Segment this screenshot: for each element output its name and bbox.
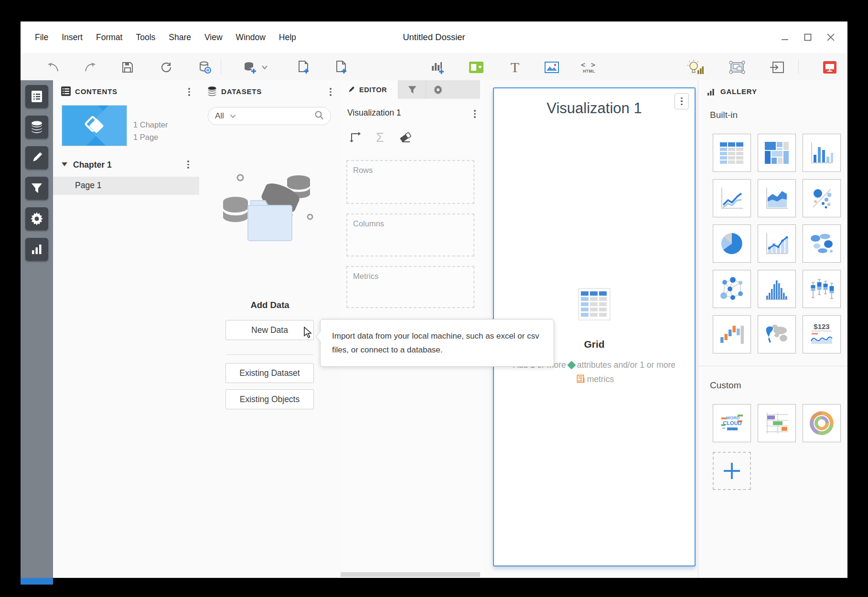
- menu-window[interactable]: Window: [229, 32, 272, 43]
- chapter-menu-icon[interactable]: [185, 160, 192, 169]
- kpi-sample-value: $123: [814, 322, 829, 330]
- visualization-title: Visualization 1: [494, 100, 695, 117]
- gallery-item-word-cloud-icon[interactable]: WORDCLOUD: [713, 404, 751, 442]
- columns-dropzone[interactable]: Columns: [346, 213, 474, 256]
- save-icon[interactable]: [119, 59, 136, 76]
- taskbar-fragment: [21, 578, 53, 585]
- datasets-menu-icon[interactable]: [327, 88, 334, 96]
- preview-icon[interactable]: [768, 59, 785, 76]
- dataset-search-box[interactable]: All: [208, 107, 331, 125]
- wordcloud-word2: CLOUD: [723, 420, 741, 426]
- new-data-tooltip: Import data from your local machine, suc…: [320, 319, 554, 367]
- menu-help[interactable]: Help: [272, 32, 303, 43]
- custom-label: Custom: [710, 380, 741, 391]
- chapter-row[interactable]: Chapter 1: [53, 157, 199, 174]
- builtin-tiles: $123: [713, 134, 841, 353]
- chevron-down-icon[interactable]: [62, 162, 67, 166]
- minimize-button[interactable]: [781, 33, 789, 42]
- gallery-item-waterfall-icon[interactable]: [713, 315, 751, 353]
- tab-settings[interactable]: [426, 80, 450, 99]
- grid-icon: [578, 288, 611, 320]
- menu-format[interactable]: Format: [89, 32, 129, 43]
- tab-filter[interactable]: [398, 80, 426, 99]
- rail-edit-icon[interactable]: [25, 146, 48, 169]
- gallery-item-heatmap-icon[interactable]: [758, 134, 796, 172]
- metrics-label: Metrics: [347, 267, 473, 286]
- menu-tools[interactable]: Tools: [129, 32, 162, 43]
- dataset-filter-value[interactable]: All: [215, 111, 224, 121]
- dossier-thumbnail[interactable]: [62, 105, 127, 146]
- gallery-item-sunburst-icon[interactable]: [803, 404, 841, 442]
- refresh-icon[interactable]: [158, 59, 175, 76]
- gallery-item-box-plot-icon[interactable]: [803, 270, 841, 308]
- maximize-button[interactable]: [804, 33, 812, 42]
- left-rail: [21, 80, 53, 578]
- add-chapter-icon[interactable]: [295, 59, 312, 76]
- add-html-icon[interactable]: < > HTML: [580, 59, 598, 76]
- menu-file[interactable]: File: [28, 32, 55, 43]
- gallery-item-grid-icon[interactable]: [713, 134, 751, 172]
- gallery-item-histogram-icon[interactable]: [758, 270, 796, 308]
- sigma-icon[interactable]: Σ: [376, 131, 384, 144]
- gallery-item-kpi-icon[interactable]: $123: [803, 315, 841, 353]
- gallery-item-map-icon[interactable]: [803, 224, 841, 263]
- add-image-icon[interactable]: [543, 59, 560, 76]
- close-button[interactable]: [826, 33, 835, 42]
- chevron-down-icon[interactable]: [230, 112, 236, 120]
- gallery-title: GALLERY: [720, 87, 757, 96]
- menu-view[interactable]: View: [198, 32, 229, 43]
- new-data-button[interactable]: New Data: [225, 320, 314, 340]
- menu-share[interactable]: Share: [162, 32, 198, 43]
- gallery-item-gantt-icon[interactable]: [758, 404, 796, 442]
- search-icon[interactable]: [314, 110, 324, 122]
- redo-icon[interactable]: [82, 59, 99, 76]
- add-selector-icon[interactable]: [468, 59, 485, 76]
- eraser-icon[interactable]: [398, 130, 413, 145]
- add-page-icon[interactable]: [333, 59, 350, 76]
- rail-datasets-icon[interactable]: [25, 116, 48, 139]
- gallery-item-network-icon[interactable]: [713, 270, 751, 308]
- gallery-item-line-chart-icon[interactable]: [713, 179, 751, 217]
- present-icon[interactable]: [821, 59, 838, 76]
- rail-settings-icon[interactable]: [25, 207, 48, 230]
- datasource-status-icon[interactable]: [196, 59, 214, 76]
- visualization-menu-button[interactable]: [675, 93, 689, 109]
- tooltip-text: Import data from your local machine, suc…: [332, 331, 539, 354]
- tab-editor[interactable]: EDITOR: [341, 80, 398, 99]
- add-custom-visualization-button[interactable]: [713, 452, 751, 490]
- desktop-background: File Insert Format Tools Share View Wind…: [0, 0, 868, 597]
- builtin-label: Built-in: [710, 110, 738, 120]
- editor-viz-menu-icon[interactable]: [472, 110, 478, 118]
- add-data-icon[interactable]: [241, 59, 258, 76]
- page-row-selected[interactable]: Page 1: [53, 177, 199, 195]
- undo-icon[interactable]: [44, 59, 62, 76]
- add-text-icon[interactable]: T: [506, 59, 524, 76]
- datasets-db-icon: [207, 86, 217, 98]
- metrics-dropzone[interactable]: Metrics: [346, 266, 474, 308]
- swap-axes-icon[interactable]: [348, 130, 362, 145]
- editor-tabstrip: EDITOR: [341, 80, 480, 99]
- add-data-chevron-icon[interactable]: [260, 59, 269, 76]
- rows-dropzone[interactable]: Rows: [346, 160, 474, 204]
- gallery-item-bar-chart-icon[interactable]: [803, 134, 841, 172]
- editor-tools: Σ: [348, 130, 413, 145]
- gallery-item-bubble-chart-icon[interactable]: [803, 179, 841, 217]
- gallery-item-pie-chart-icon[interactable]: [713, 224, 751, 263]
- rail-filter-icon[interactable]: [25, 177, 48, 200]
- gallery-item-combo-chart-icon[interactable]: [758, 224, 796, 263]
- rail-contents-icon[interactable]: [25, 85, 48, 108]
- gallery-panel: GALLERY Built-in: [698, 80, 847, 578]
- menu-insert[interactable]: Insert: [55, 32, 89, 43]
- existing-objects-button[interactable]: Existing Objects: [225, 389, 314, 409]
- gallery-item-area-chart-icon[interactable]: [758, 179, 796, 217]
- add-visualization-icon[interactable]: [429, 59, 446, 76]
- contents-menu-icon[interactable]: [186, 88, 193, 96]
- horizontal-scrollbar[interactable]: [341, 572, 480, 577]
- pencil-icon: [347, 85, 355, 94]
- rail-gallery-icon[interactable]: [25, 238, 48, 261]
- freeform-layout-icon[interactable]: [729, 59, 746, 76]
- toolbar: T < > HTML: [21, 53, 847, 81]
- insights-icon[interactable]: [687, 59, 704, 76]
- gallery-item-geospatial-map-icon[interactable]: [758, 315, 796, 353]
- existing-dataset-button[interactable]: Existing Dataset: [225, 363, 314, 383]
